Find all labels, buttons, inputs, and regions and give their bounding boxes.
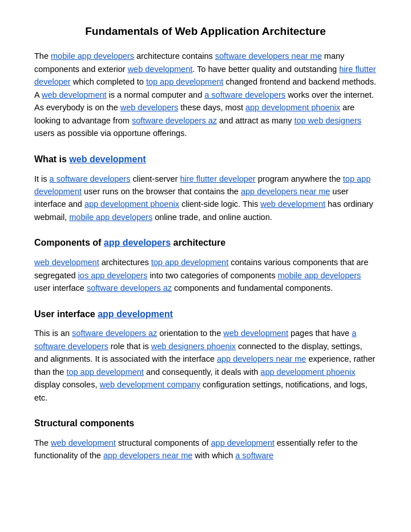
inline-link[interactable]: web development (260, 199, 325, 209)
inline-link[interactable]: top web designers (294, 116, 361, 125)
inline-link[interactable]: software developers az (87, 283, 172, 293)
inline-link[interactable]: web development (34, 258, 99, 267)
paragraph: It is a software developers client-serve… (34, 173, 377, 224)
inline-link[interactable]: app developers near me (103, 451, 192, 460)
inline-link[interactable]: software developers az (72, 329, 157, 338)
inline-link[interactable]: mobile app developers (277, 271, 361, 280)
heading-link[interactable]: app development (98, 309, 173, 319)
section-heading: Structural components (34, 417, 377, 431)
inline-link[interactable]: a software developers (204, 90, 285, 99)
paragraph: The web development structural component… (34, 437, 377, 462)
paragraph: This is an software developers az orient… (34, 327, 377, 404)
inline-link[interactable]: top app development (151, 258, 228, 267)
inline-link[interactable]: hire flutter developer (180, 174, 255, 183)
inline-link[interactable]: a software (235, 451, 273, 460)
inline-link[interactable]: web development company (99, 380, 200, 389)
page-title: Fundamentals of Web Application Architec… (34, 23, 377, 39)
inline-link[interactable]: app developers near me (241, 187, 330, 196)
heading-link[interactable]: web development (69, 154, 146, 164)
inline-link[interactable]: top app development (66, 367, 143, 377)
paragraph: web development architectures top app de… (34, 256, 377, 294)
inline-link[interactable]: app developers near me (217, 354, 306, 363)
inline-link[interactable]: web developers (120, 103, 179, 112)
inline-link[interactable]: ios app developers (78, 271, 148, 280)
paragraph: The mobile app developers architecture c… (34, 50, 377, 139)
section-heading: Components of app developers architectur… (34, 236, 377, 250)
inline-link[interactable]: mobile app developers (51, 51, 134, 61)
section-heading: What is web development (34, 153, 377, 167)
inline-link[interactable]: web development (42, 90, 107, 99)
inline-link[interactable]: app development phoenix (245, 103, 340, 112)
inline-link[interactable]: software developers near me (215, 51, 322, 61)
inline-link[interactable]: web development (223, 329, 288, 338)
inline-link[interactable]: app development phoenix (260, 367, 355, 377)
section-heading: User interface app development (34, 307, 377, 322)
inline-link[interactable]: app development (211, 438, 275, 447)
inline-link[interactable]: a software developers (50, 174, 131, 183)
content-area: The mobile app developers architecture c… (34, 50, 377, 462)
inline-link[interactable]: web designers phoenix (151, 342, 236, 351)
inline-link[interactable]: mobile app developers (69, 213, 152, 222)
heading-link[interactable]: app developers (104, 238, 171, 247)
inline-link[interactable]: web development (51, 438, 116, 447)
inline-link[interactable]: software developers az (132, 116, 217, 125)
inline-link[interactable]: app development phoenix (84, 199, 179, 209)
inline-link[interactable]: web development (128, 65, 193, 74)
inline-link[interactable]: top app development (146, 77, 223, 86)
